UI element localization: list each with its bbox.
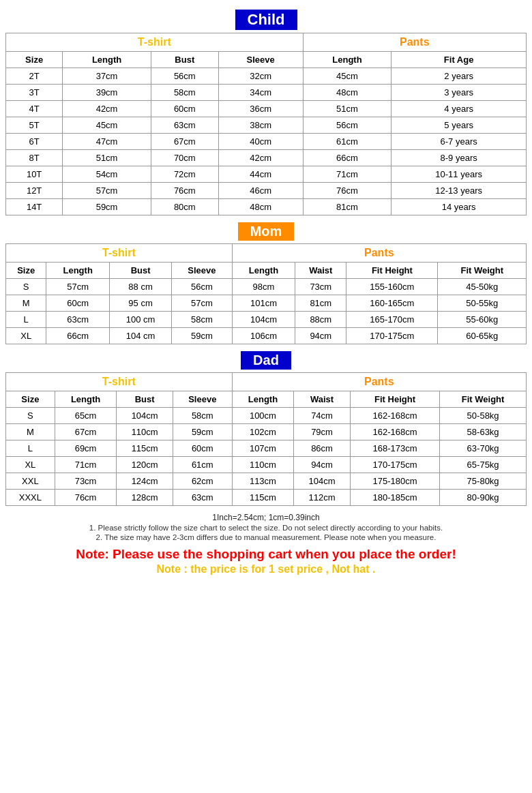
- table-row: XXL73cm124cm62cm113cm104cm175-180cm75-80…: [6, 473, 527, 490]
- table-row: 8T51cm70cm42cm66cm8-9 years: [6, 150, 527, 166]
- note2: 2. The size may have 2-3cm differs due t…: [5, 533, 527, 541]
- dad-table: T-shirt Pants Size Length Bust Sleeve Le…: [5, 372, 527, 506]
- dad-col-fitheight: Fit Height: [350, 391, 439, 408]
- mom-pants-label: Pants: [232, 244, 526, 263]
- table-row: S65cm104cm58cm100cm74cm162-168cm50-58kg: [6, 408, 527, 424]
- table-row: M67cm110cm59cm102cm79cm162-168cm58-63kg: [6, 424, 527, 440]
- dad-col-fitweight: Fit Weight: [440, 391, 527, 408]
- mom-table: T-shirt Pants Size Length Bust Sleeve Le…: [5, 243, 527, 344]
- mom-col-plength: Length: [232, 263, 295, 279]
- mom-tshirt-label: T-shirt: [6, 244, 233, 263]
- mom-header-row: Size Length Bust Sleeve Length Waist Fit…: [6, 263, 527, 279]
- table-row: 12T57cm76cm46cm76cm12-13 years: [6, 183, 527, 199]
- note-price: Note : the price is for 1 set price , No…: [5, 563, 527, 575]
- mom-col-size: Size: [6, 263, 46, 279]
- note-bold: Note: Please use the shopping cart when …: [5, 547, 527, 562]
- mom-col-length: Length: [46, 263, 110, 279]
- child-title: Child: [235, 10, 297, 30]
- child-col-length: Length: [63, 52, 151, 68]
- child-pants-label: Pants: [303, 33, 526, 52]
- dad-header-row: Size Length Bust Sleeve Length Waist Fit…: [6, 391, 527, 408]
- dad-title-row: Dad: [5, 347, 527, 372]
- table-row: M60cm95 cm57cm101cm81cm160-165cm50-55kg: [6, 295, 527, 312]
- dad-col-bust: Bust: [117, 391, 173, 408]
- table-row: S57cm88 cm56cm98cm73cm155-160cm45-50kg: [6, 279, 527, 295]
- note1: 1. Please strictly follow the size chart…: [5, 524, 527, 532]
- child-col-bust: Bust: [151, 52, 218, 68]
- notes-section: 1Inch=2.54cm; 1cm=0.39inch 1. Please str…: [5, 509, 527, 577]
- dad-col-waist: Waist: [294, 391, 351, 408]
- mom-col-fitweight: Fit Weight: [438, 263, 527, 279]
- child-tshirt-label: T-shirt: [6, 33, 304, 52]
- table-row: XL71cm120cm61cm110cm94cm170-175cm65-75kg: [6, 457, 527, 473]
- inch-cm-note: 1Inch=2.54cm; 1cm=0.39inch: [212, 513, 319, 522]
- mom-col-sleeve: Sleeve: [172, 263, 232, 279]
- mom-title: Mom: [238, 222, 295, 241]
- table-row: XXXL76cm128cm63cm115cm112cm180-185cm80-9…: [6, 490, 527, 506]
- dad-title: Dad: [241, 351, 291, 370]
- child-col-fitage: Fit Age: [391, 52, 527, 68]
- table-row: 3T39cm58cm34cm48cm3 years: [6, 85, 527, 101]
- main-container: Child T-shirt Pants Size Length Bust Sle…: [0, 0, 532, 582]
- dad-tshirt-label: T-shirt: [6, 373, 233, 391]
- child-col-plength: Length: [303, 52, 391, 68]
- mom-col-fitheight: Fit Height: [346, 263, 438, 279]
- table-row: 14T59cm80cm48cm81cm14 years: [6, 199, 527, 215]
- table-row: L69cm115cm60cm107cm86cm168-173cm63-70kg: [6, 440, 527, 457]
- table-row: 5T45cm63cm38cm56cm5 years: [6, 117, 527, 134]
- dad-col-length: Length: [55, 391, 117, 408]
- table-row: XL66cm104 cm59cm106cm94cm170-175cm60-65k…: [6, 328, 527, 344]
- table-row: 4T42cm60cm36cm51cm4 years: [6, 101, 527, 117]
- child-title-row: Child: [5, 5, 527, 33]
- table-row: 6T47cm67cm40cm61cm6-7 years: [6, 134, 527, 150]
- table-row: 10T54cm72cm44cm71cm10-11 years: [6, 166, 527, 183]
- child-table: T-shirt Pants Size Length Bust Sleeve Le…: [5, 33, 527, 215]
- dad-col-size: Size: [6, 391, 55, 408]
- child-col-size: Size: [6, 52, 63, 68]
- child-header-row: Size Length Bust Sleeve Length Fit Age: [6, 52, 527, 68]
- child-col-sleeve: Sleeve: [218, 52, 303, 68]
- mom-col-waist: Waist: [295, 263, 346, 279]
- mom-title-row: Mom: [5, 218, 527, 243]
- dad-pants-label: Pants: [232, 373, 526, 391]
- table-row: 2T37cm56cm32cm45cm2 years: [6, 68, 527, 85]
- dad-col-plength: Length: [232, 391, 294, 408]
- mom-col-bust: Bust: [109, 263, 171, 279]
- dad-col-sleeve: Sleeve: [173, 391, 232, 408]
- table-row: L63cm100 cm58cm104cm88cm165-170cm55-60kg: [6, 312, 527, 328]
